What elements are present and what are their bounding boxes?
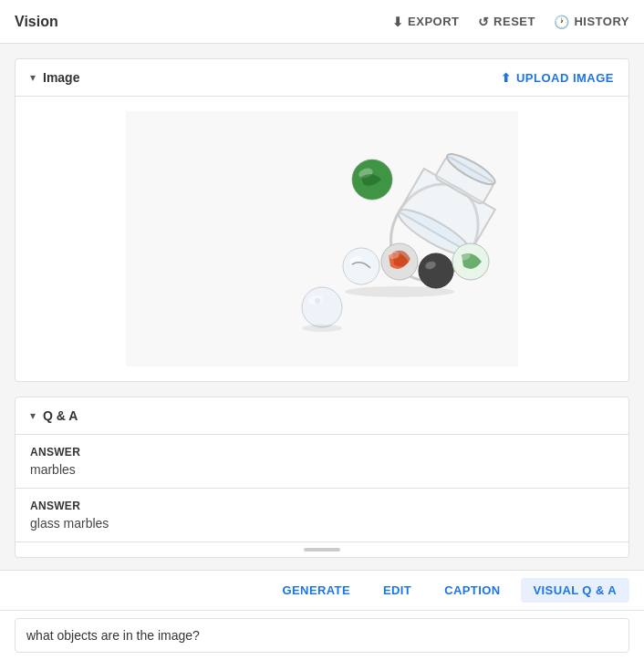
reset-icon: ↺ xyxy=(478,15,490,29)
query-input-row xyxy=(0,611,644,660)
qa-card-header: ▾ Q & A xyxy=(16,397,628,435)
answer-block-1: ANSWER marbles xyxy=(16,435,628,489)
main-content: ▾ Image ⬆ UPLOAD IMAGE xyxy=(0,44,644,572)
app-title: Vision xyxy=(15,14,58,30)
answer-block-2: ANSWER glass marbles xyxy=(16,489,628,542)
export-button[interactable]: ⬇ EXPORT xyxy=(392,15,460,29)
qa-collapse-icon[interactable]: ▾ xyxy=(30,409,36,422)
qa-section-title: Q & A xyxy=(43,408,78,423)
bottom-tabs: GENERATE EDIT CAPTION VISUAL Q & A xyxy=(0,570,644,660)
upload-icon: ⬆ xyxy=(501,71,512,85)
image-section-title: Image xyxy=(43,70,79,85)
svg-point-20 xyxy=(345,286,454,297)
scroll-bar xyxy=(304,548,340,552)
answer-text-2: glass marbles xyxy=(30,516,614,531)
reset-button[interactable]: ↺ RESET xyxy=(478,15,535,29)
qa-card: ▾ Q & A ANSWER marbles ANSWER glass marb… xyxy=(15,397,629,558)
upload-image-button[interactable]: ⬆ UPLOAD IMAGE xyxy=(501,71,614,85)
topbar-actions: ⬇ EXPORT ↺ RESET 🕐 HISTORY xyxy=(392,15,629,29)
export-icon: ⬇ xyxy=(392,15,404,29)
image-collapse-icon[interactable]: ▾ xyxy=(30,71,36,84)
image-area xyxy=(16,97,628,381)
history-icon: 🕐 xyxy=(554,15,570,29)
image-header-left: ▾ Image xyxy=(30,70,79,85)
svg-point-21 xyxy=(302,325,342,332)
answer-label-1: ANSWER xyxy=(30,446,614,459)
edit-tab[interactable]: EDIT xyxy=(370,578,424,603)
tabs-row: GENERATE EDIT CAPTION VISUAL Q & A xyxy=(0,571,644,611)
topbar: Vision ⬇ EXPORT ↺ RESET 🕐 HISTORY xyxy=(0,0,644,44)
svg-point-17 xyxy=(302,287,342,327)
svg-point-15 xyxy=(343,248,379,284)
visual-qa-tab[interactable]: VISUAL Q & A xyxy=(521,578,629,603)
generate-tab[interactable]: GENERATE xyxy=(270,578,363,603)
scroll-indicator xyxy=(16,542,628,557)
query-input[interactable] xyxy=(15,618,629,653)
image-card-header: ▾ Image ⬆ UPLOAD IMAGE xyxy=(16,59,628,97)
history-button[interactable]: 🕐 HISTORY xyxy=(554,15,629,29)
answer-text-1: marbles xyxy=(30,462,614,477)
svg-point-11 xyxy=(419,253,453,288)
image-card: ▾ Image ⬆ UPLOAD IMAGE xyxy=(15,58,629,382)
caption-tab[interactable]: CAPTION xyxy=(431,578,513,603)
answer-label-2: ANSWER xyxy=(30,500,614,512)
marble-image xyxy=(126,111,518,366)
svg-point-19 xyxy=(315,298,320,304)
